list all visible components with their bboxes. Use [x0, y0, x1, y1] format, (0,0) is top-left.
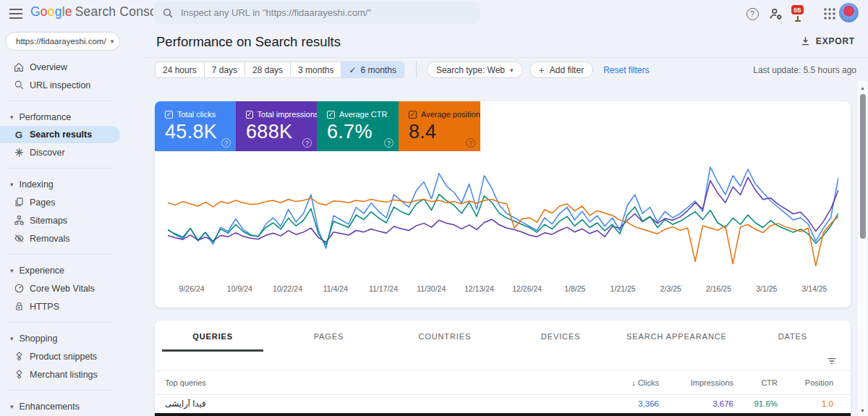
tab-queries[interactable]: QUERIES [155, 321, 271, 352]
range-24-hours[interactable]: 24 hours [156, 62, 204, 77]
x-tick-label: 3/14/25 [791, 284, 838, 293]
range-28-days[interactable]: 28 days [244, 62, 290, 77]
notifications-button[interactable]: 55 [790, 5, 807, 22]
sidebar-item-label: HTTPS [30, 302, 59, 312]
google-g-icon: G [13, 130, 25, 140]
scrollbar-thumb[interactable] [860, 94, 866, 239]
date-range-control: 24 hours 7 days 28 days 3 months ✓ 6 mon… [155, 61, 404, 78]
sidebar-item-sitemaps[interactable]: Sitemaps [0, 211, 145, 229]
checkbox-checked-icon[interactable]: ✓ [409, 111, 417, 119]
tab-devices[interactable]: DEVICES [503, 321, 618, 352]
sidebar-section-label: Enhancements [20, 402, 80, 412]
sidebar-item-search-results[interactable]: G Search results [0, 126, 120, 143]
help-icon[interactable]: ? [466, 138, 475, 148]
sidebar-section-performance[interactable]: ▾ Performance [0, 108, 145, 126]
tab-countries[interactable]: COUNTRIES [387, 321, 503, 352]
sidebar-section-shopping[interactable]: ▾ Shopping [0, 329, 145, 347]
x-tick-label: 9/26/24 [168, 284, 216, 293]
page-scrollbar[interactable]: ▲ ▼ [858, 81, 867, 416]
sidebar-divider [7, 390, 114, 391]
sidebar-item-label: Removals [30, 234, 70, 244]
series-position [168, 198, 838, 266]
scroll-up-arrow[interactable]: ▲ [858, 85, 867, 90]
account-avatar[interactable] [839, 3, 859, 22]
sidebar-section-indexing[interactable]: ▾ Indexing [0, 175, 145, 193]
sidebar-item-url-inspection[interactable]: URL inspection [0, 76, 145, 94]
search-icon [13, 80, 25, 90]
add-filter-chip[interactable]: + Add filter [529, 61, 594, 78]
sidebar-item-overview[interactable]: Overview [0, 58, 145, 76]
sidebar-divider [7, 254, 114, 255]
sidebar-section-enhancements[interactable]: ▾ Enhancements [0, 397, 145, 415]
apps-grid-button[interactable] [821, 5, 838, 22]
scroll-down-arrow[interactable]: ▼ [858, 408, 867, 413]
checkbox-checked-icon[interactable]: ✓ [246, 111, 253, 119]
sidebar-item-product-snippets[interactable]: Product snippets [0, 347, 145, 365]
sidebar-item-label: Discover [30, 148, 65, 158]
reset-filters-link[interactable]: Reset filters [603, 65, 649, 75]
sidebar-item-label: Search results [30, 130, 92, 140]
sidebar-divider [7, 168, 114, 169]
checkbox-checked-icon[interactable]: ✓ [327, 111, 335, 119]
metric-label: Total impressions [258, 110, 319, 119]
notification-sign-icon: 55 [790, 5, 807, 22]
x-tick-label: 1/21/25 [599, 284, 647, 293]
x-tick-label: 2/3/25 [647, 284, 694, 293]
sidebar-item-pages[interactable]: Pages [0, 193, 145, 211]
top-bar: GoogleSearch Console ? 55 [0, 0, 868, 27]
x-tick-label: 11/30/24 [407, 284, 455, 293]
filter-list-icon[interactable] [826, 355, 838, 367]
performance-line-chart[interactable] [168, 156, 838, 282]
average-position-card[interactable]: ✓Average position 8.4 ? [399, 101, 480, 151]
x-tick-label: 3/1/25 [743, 284, 791, 293]
sidebar-section-experience[interactable]: ▾ Experience [0, 261, 145, 279]
total-impressions-card[interactable]: ✓Total impressions 688K ? [236, 101, 317, 151]
app-logo[interactable]: GoogleSearch Console [30, 4, 167, 20]
range-7-days[interactable]: 7 days [204, 62, 244, 77]
help-icon[interactable]: ? [384, 138, 393, 148]
x-tick-label: 11/4/24 [312, 284, 359, 293]
tab-pages[interactable]: PAGES [271, 321, 386, 352]
total-clicks-card[interactable]: ✓Total clicks 45.8K ? [155, 101, 236, 151]
sitemap-tree-icon [13, 215, 25, 226]
eye-off-icon [13, 233, 25, 244]
help-icon[interactable]: ? [221, 138, 231, 148]
x-tick-label: 12/13/24 [455, 284, 503, 293]
sidebar-item-discover[interactable]: Discover [0, 143, 145, 161]
col-top-queries[interactable]: Top queries [165, 378, 594, 387]
average-ctr-card[interactable]: ✓Average CTR 6.7% ? [317, 101, 399, 151]
series-clicks [168, 167, 838, 248]
col-clicks-sort[interactable]: ↓ Clicks [594, 378, 659, 387]
chevron-down-icon: ▾ [10, 267, 14, 274]
lock-icon [13, 301, 25, 312]
chevron-down-icon: ▾ [10, 335, 14, 342]
col-impressions[interactable]: Impressions [659, 378, 733, 387]
checkbox-checked-icon[interactable]: ✓ [165, 111, 173, 119]
chevron-down-icon: ▾ [111, 38, 114, 45]
property-selector[interactable]: https://fidaarayeshi.com/ ▾ [5, 32, 120, 51]
col-ctr[interactable]: CTR [733, 378, 778, 387]
tab-dates[interactable]: DATES [735, 321, 851, 352]
help-icon[interactable]: ? [302, 138, 312, 148]
url-inspect-input[interactable] [181, 7, 472, 18]
x-tick-label: 1/8/25 [551, 284, 599, 293]
col-position[interactable]: Position [778, 378, 833, 387]
table-row[interactable]: فیدا آرایشی 3,366 3,676 91.6% 1.0 [155, 395, 851, 412]
sidebar-item-https[interactable]: HTTPS [0, 297, 145, 315]
export-label: EXPORT [816, 36, 855, 46]
tab-search-appearance[interactable]: SEARCH APPEARANCE [618, 321, 734, 352]
export-button[interactable]: EXPORT [800, 35, 855, 46]
user-settings-button[interactable] [767, 5, 784, 22]
hamburger-menu-icon[interactable] [9, 8, 23, 20]
range-3-months[interactable]: 3 months [290, 62, 341, 77]
sidebar-item-removals[interactable]: Removals [0, 229, 145, 247]
dimensions-table-card: QUERIES PAGES COUNTRIES DEVICES SEARCH A… [155, 321, 851, 416]
range-6-months[interactable]: ✓ 6 months [341, 62, 403, 77]
url-inspect-searchbar[interactable] [153, 1, 480, 24]
sidebar-item-merchant-listings[interactable]: Merchant listings [0, 365, 145, 383]
x-tick-label: 11/17/24 [359, 284, 407, 293]
search-type-chip[interactable]: Search type: Web ▾ [427, 61, 523, 78]
sidebar-item-core-web-vitals[interactable]: Core Web Vitals [0, 279, 145, 297]
logo-letter: o [48, 4, 55, 19]
help-button[interactable]: ? [744, 5, 761, 22]
